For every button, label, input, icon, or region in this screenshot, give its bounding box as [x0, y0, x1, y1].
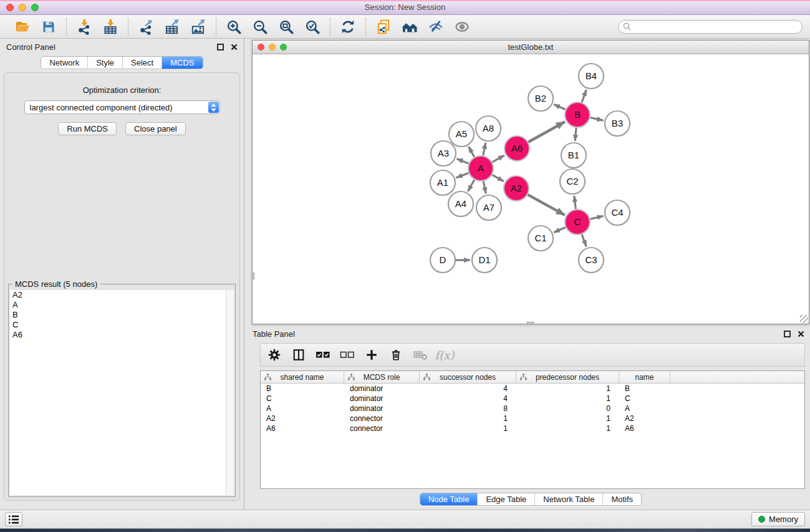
deselect-all-button[interactable] — [340, 347, 355, 362]
zoom-window-button[interactable] — [31, 4, 39, 11]
cell-successor-nodes: 1 — [420, 424, 516, 433]
delete-button[interactable] — [388, 347, 403, 362]
table-tab-edge-table[interactable]: Edge Table — [477, 493, 534, 505]
export-image-button[interactable] — [185, 16, 211, 37]
edge-A6-B[interactable] — [528, 122, 565, 142]
mcds-result-item[interactable]: C — [10, 320, 234, 330]
edge-A2-C[interactable] — [528, 195, 564, 215]
edge-B-B3[interactable] — [591, 117, 604, 120]
add-button[interactable] — [364, 347, 379, 362]
resize-grip-icon[interactable] — [800, 315, 808, 323]
tab-style[interactable]: Style — [87, 57, 122, 69]
table-row[interactable]: A2connector11A2 — [261, 414, 804, 423]
resize-grip-left[interactable] — [252, 273, 254, 279]
search-box[interactable] — [618, 20, 803, 34]
close-table-panel-icon[interactable] — [798, 331, 804, 337]
refresh-button[interactable] — [335, 16, 361, 37]
mcds-result-list[interactable]: A2ABCA6 — [10, 290, 234, 495]
close-panel-button[interactable]: Close panel — [125, 122, 186, 135]
edge-C-C2[interactable] — [574, 196, 576, 209]
mcds-result-item[interactable]: A6 — [10, 330, 234, 340]
close-panel-icon[interactable] — [231, 44, 238, 51]
save-session-button[interactable] — [36, 16, 62, 37]
columns-button[interactable] — [291, 347, 306, 362]
table-tab-network-table[interactable]: Network Table — [534, 493, 602, 505]
tab-network[interactable]: Network — [41, 57, 87, 69]
zoom-fit-button[interactable] — [273, 16, 299, 37]
edge-C-C4[interactable] — [590, 216, 603, 219]
zoom-selected-button[interactable] — [299, 16, 325, 37]
edge-B-B4[interactable] — [582, 90, 586, 103]
result-list-scrollbar[interactable] — [226, 290, 234, 495]
zoom-in-button[interactable] — [221, 16, 247, 37]
edge-A-A5[interactable] — [468, 147, 474, 157]
network-close-button[interactable] — [258, 44, 264, 51]
mcds-result-item[interactable]: B — [10, 310, 234, 320]
status-bar: Memory — [0, 510, 810, 528]
control-panel-titlebar[interactable]: Control Panel — [0, 39, 244, 55]
table-row[interactable]: Bdominator41B — [261, 384, 804, 394]
new-network-from-file-button[interactable] — [370, 16, 397, 37]
cell-successor-nodes: 4 — [420, 394, 516, 403]
edge-A-A4[interactable] — [468, 180, 474, 191]
search-input[interactable] — [634, 22, 798, 31]
select-all-button[interactable] — [316, 347, 330, 362]
network-minimize-button[interactable] — [269, 44, 276, 51]
application-window: Session: New Session Control Panel — [0, 0, 810, 529]
mcds-result-item[interactable]: A — [10, 300, 234, 310]
column-header-name[interactable]: name — [619, 371, 670, 383]
close-window-button[interactable] — [6, 4, 14, 11]
settings-gear-button[interactable] — [267, 347, 282, 362]
mcds-result-item[interactable]: A2 — [10, 290, 234, 300]
node-label-B: B — [574, 109, 581, 120]
zoom-out-button[interactable] — [247, 16, 273, 37]
edge-A-A2[interactable] — [492, 175, 504, 181]
export-table-button[interactable] — [159, 16, 185, 37]
table-panel-titlebar[interactable]: Table Panel — [252, 326, 809, 341]
open-file-button[interactable] — [9, 16, 36, 37]
column-header-label: shared name — [280, 373, 324, 382]
import-table-button[interactable] — [97, 16, 123, 37]
edge-A-A8[interactable] — [483, 143, 486, 156]
home-button[interactable] — [397, 16, 423, 37]
float-table-panel-icon[interactable] — [784, 331, 791, 337]
window-titlebar[interactable]: Session: New Session — [0, 0, 810, 15]
edge-A-A3[interactable] — [456, 159, 468, 164]
tab-select[interactable]: Select — [122, 57, 162, 69]
edge-B-B2[interactable] — [554, 104, 566, 109]
table-row[interactable]: Cdominator41C — [261, 394, 804, 404]
edge-C-C3[interactable] — [582, 235, 586, 247]
float-panel-icon[interactable] — [217, 44, 224, 51]
network-zoom-button[interactable] — [280, 44, 287, 51]
resize-grip-bottom[interactable] — [527, 322, 534, 324]
table-row[interactable]: A6connector11A6 — [261, 423, 804, 433]
hide-graphics-details-button[interactable] — [423, 16, 449, 37]
table-row[interactable]: Adominator80A — [261, 404, 804, 414]
import-network-button[interactable] — [71, 16, 97, 37]
edge-A-A6[interactable] — [492, 155, 504, 162]
show-graphics-details-button[interactable] — [449, 16, 475, 37]
edge-C-C1[interactable] — [554, 227, 566, 232]
task-history-button[interactable] — [5, 512, 22, 526]
column-header-MCDS-role[interactable]: MCDS role — [344, 371, 420, 383]
memory-button[interactable]: Memory — [751, 512, 805, 526]
network-canvas[interactable]: B4B2BB3A8A5A6A3B1AC2A1A2A4A7C4CC1C3DD1 — [253, 54, 809, 324]
edge-A-A7[interactable] — [483, 181, 486, 194]
network-window-titlebar[interactable]: testGlobe.txt — [253, 41, 809, 54]
tab-mcds[interactable]: MCDS — [162, 57, 202, 69]
run-mcds-button[interactable]: Run MCDS — [58, 122, 117, 135]
optimization-criterion-dropdown[interactable]: largest connected component (directed) — [24, 100, 220, 114]
table-tab-motifs[interactable]: Motifs — [602, 493, 641, 505]
minimize-window-button[interactable] — [19, 4, 26, 11]
delete-table-button — [413, 347, 428, 362]
column-header-shared-name[interactable]: shared name — [261, 371, 344, 383]
export-network-button[interactable] — [133, 16, 159, 37]
fx-icon: f(x) — [435, 349, 455, 362]
edge-B-B1[interactable] — [575, 128, 576, 141]
column-header-predecessor-nodes[interactable]: predecessor nodes — [516, 371, 619, 383]
edge-A-A1[interactable] — [456, 173, 469, 177]
table-tab-node-table[interactable]: Node Table — [420, 493, 478, 505]
column-header-successor-nodes[interactable]: successor nodes — [420, 371, 516, 383]
node-label-A3: A3 — [438, 148, 449, 158]
node-table: shared nameMCDS rolesuccessor nodesprede… — [260, 370, 805, 489]
